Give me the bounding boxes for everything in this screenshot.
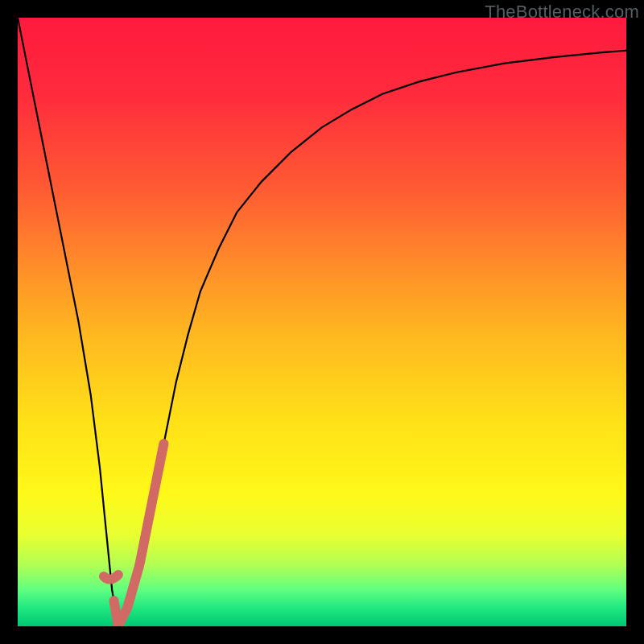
watermark-text: TheBottleneck.com xyxy=(485,2,639,23)
chart-frame: TheBottleneck.com xyxy=(0,0,644,644)
highlight-segment xyxy=(114,444,163,625)
bottleneck-curve xyxy=(18,18,626,626)
highlight-hook xyxy=(104,575,118,580)
plot-area xyxy=(18,18,626,626)
chart-canvas xyxy=(18,18,626,626)
